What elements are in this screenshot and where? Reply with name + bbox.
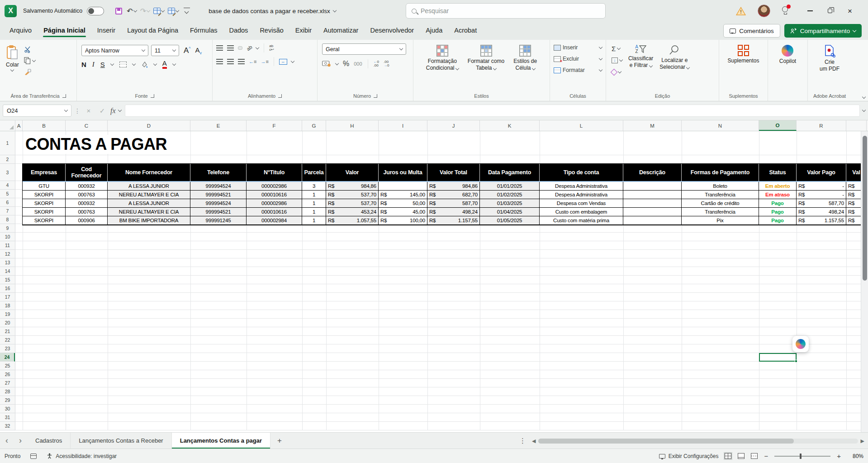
cell-r8-c6[interactable]: R$1.057,55 <box>326 216 379 225</box>
redo-button[interactable]: ↷ <box>139 5 151 17</box>
row-header-9[interactable]: 9 <box>0 224 15 233</box>
cell-r6-c4[interactable]: 000002986 <box>247 199 302 208</box>
sheet-tab-lancamentos-contas-a-receber[interactable]: Lançamentos Contas a Receber <box>71 433 171 449</box>
alignment-dialog-launcher[interactable] <box>278 94 282 98</box>
excel-logo-icon[interactable]: X <box>5 5 17 17</box>
row-header-22[interactable]: 22 <box>0 336 15 344</box>
row-header-30[interactable]: 30 <box>0 405 15 413</box>
cell-r5-c2[interactable]: NEREU ALTMAYER E CIA <box>108 191 190 199</box>
cell-r5-c10[interactable]: Despesa Administrativa <box>540 191 623 199</box>
fill-button[interactable]: ↓ <box>612 56 622 64</box>
column-header-H[interactable]: H <box>326 120 379 131</box>
cell-r8-c1[interactable]: 000906 <box>66 216 108 225</box>
increase-indent-button[interactable]: →≡ <box>261 59 268 64</box>
user-avatar[interactable] <box>758 5 770 17</box>
cell-r7-c2[interactable]: NEREU ALTMAYER E CIA <box>108 208 190 216</box>
align-middle-button[interactable] <box>227 45 234 51</box>
column-header-E[interactable]: E <box>190 120 247 131</box>
cell-r5-c14[interactable]: R$- <box>797 191 846 199</box>
align-top-button[interactable] <box>216 45 223 51</box>
search-input[interactable] <box>421 7 600 14</box>
row-header-29[interactable]: 29 <box>0 396 15 405</box>
ribbon-tab-layout-da-pagina[interactable]: Layout da Página <box>121 23 184 39</box>
ribbon-tab-pagina-inicial[interactable]: Página Inicial <box>38 23 91 39</box>
save-button[interactable] <box>113 5 124 17</box>
cell-r7-c9[interactable]: 01/04/2025 <box>480 208 540 216</box>
align-left-button[interactable] <box>216 59 223 64</box>
row-header-28[interactable]: 28 <box>0 387 15 396</box>
column-header-C[interactable]: C <box>66 120 108 131</box>
qat-overflow-button[interactable] <box>181 5 192 17</box>
cell-r5-c8[interactable]: R$682,70 <box>427 191 480 199</box>
ribbon-tab-exibir[interactable]: Exibir <box>289 23 318 39</box>
ribbon-tab-revisao[interactable]: Revisão <box>254 23 289 39</box>
expand-formula-bar-button[interactable] <box>862 108 866 112</box>
cell-r8-c2[interactable]: BM BIKE IMPORTADORA <box>108 216 190 225</box>
create-pdf-button[interactable]: Crieum PDF <box>816 43 843 75</box>
cell-r7-c5[interactable]: 1 <box>302 208 326 216</box>
comments-button[interactable]: Comentários <box>723 24 780 38</box>
cell-r6-c2[interactable]: A LESSA JUNIOR <box>108 199 190 208</box>
undo-button[interactable]: ↶ <box>126 5 137 17</box>
cell-r4-c11[interactable] <box>623 182 682 191</box>
column-header-D[interactable]: D <box>108 120 190 131</box>
column-header-N[interactable]: N <box>682 120 759 131</box>
comma-style-button[interactable]: 000 <box>354 61 362 67</box>
underline-dropdown[interactable] <box>110 62 114 65</box>
row-header-10[interactable]: 10 <box>0 233 15 241</box>
row-header-21[interactable]: 21 <box>0 327 15 336</box>
cell-r7-c7[interactable]: R$45,00 <box>379 208 427 216</box>
orientation-button[interactable]: ab <box>246 44 253 52</box>
draw-table-alt-button[interactable] <box>167 5 180 17</box>
column-header-A[interactable]: A <box>15 120 23 131</box>
conditional-formatting-button[interactable]: FormataçãoCondicional <box>423 43 462 74</box>
row-header-14[interactable]: 14 <box>0 267 15 276</box>
decrease-indent-button[interactable]: ←≡ <box>249 59 256 64</box>
merge-center-dropdown[interactable] <box>291 59 294 62</box>
select-all-corner[interactable] <box>0 120 15 131</box>
cell-r4-c6[interactable]: R$984,86 <box>326 182 379 191</box>
enter-formula-button[interactable]: ✓ <box>97 107 108 115</box>
formula-input[interactable] <box>125 105 860 117</box>
cell-r5-c4[interactable]: 000010616 <box>247 191 302 199</box>
cell-styles-button[interactable]: Estilos deCélula <box>510 43 540 74</box>
copilot-floating-button[interactable] <box>792 336 809 352</box>
clear-button[interactable] <box>612 68 622 76</box>
font-color-dropdown[interactable] <box>172 62 176 65</box>
cell-r5-c5[interactable]: 1 <box>302 191 326 199</box>
row-header-11[interactable]: 11 <box>0 241 15 250</box>
close-button[interactable]: × <box>840 2 860 20</box>
cell-r5-c6[interactable]: R$537,70 <box>326 191 379 199</box>
cell-r4-c12[interactable]: Boleto <box>682 182 759 191</box>
cell-r5-c7[interactable]: R$145,00 <box>379 191 427 199</box>
decrease-decimal-button[interactable]: .00→0 <box>384 60 389 67</box>
share-button[interactable]: Compartilhamento <box>784 24 862 38</box>
row-header-24[interactable]: 24 <box>0 353 15 362</box>
autosave-toggle[interactable] <box>87 7 104 15</box>
ribbon-tab-desenvolvedor[interactable]: Desenvolvedor <box>364 23 420 39</box>
cell-r8-c0[interactable]: SKORPI <box>23 216 66 225</box>
column-header-G[interactable]: G <box>302 120 326 131</box>
search-box[interactable] <box>406 3 606 19</box>
draw-table-button[interactable] <box>152 5 165 17</box>
row-header-27[interactable]: 27 <box>0 379 15 387</box>
cell-r5-c11[interactable] <box>623 191 682 199</box>
copy-button[interactable] <box>24 57 35 65</box>
insert-cells-button[interactable]: Inserir <box>554 43 602 52</box>
cell-r4-c9[interactable]: 01/01/2025 <box>480 182 540 191</box>
font-dialog-launcher[interactable] <box>151 94 154 98</box>
next-sheet-button[interactable]: › <box>14 436 27 445</box>
clipboard-dialog-launcher[interactable] <box>62 94 66 98</box>
minimize-button[interactable] <box>800 2 820 20</box>
row-header-1[interactable]: 1 <box>0 131 15 155</box>
row-header-5[interactable]: 5 <box>0 190 15 198</box>
cell-r6-c0[interactable]: SKORPI <box>23 199 66 208</box>
cell-r6-c9[interactable]: 01/03/2025 <box>480 199 540 208</box>
cell-r4-c8[interactable]: R$984,86 <box>427 182 480 191</box>
cell-r4-c13[interactable]: Em aberto <box>759 182 797 191</box>
font-color-button[interactable]: A <box>162 60 167 69</box>
cell-r7-c14[interactable]: R$498,24 <box>797 208 846 216</box>
display-settings-button[interactable]: Exibir Configurações <box>659 453 719 459</box>
row-header-17[interactable]: 17 <box>0 293 15 301</box>
borders-dropdown[interactable] <box>132 62 136 65</box>
